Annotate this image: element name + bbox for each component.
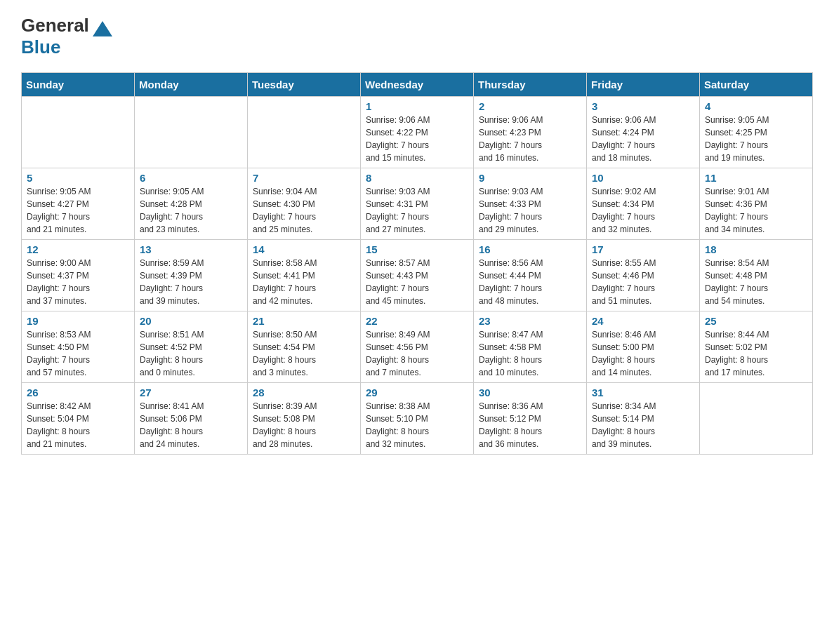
day-number: 12: [27, 243, 129, 255]
day-number: 9: [479, 172, 581, 184]
calendar-day-11: 11Sunrise: 9:01 AM Sunset: 4:36 PM Dayli…: [700, 168, 813, 240]
day-info: Sunrise: 8:46 AM Sunset: 5:00 PM Dayligh…: [592, 328, 694, 379]
calendar-week-row: 26Sunrise: 8:42 AM Sunset: 5:04 PM Dayli…: [22, 383, 813, 455]
day-info: Sunrise: 9:06 AM Sunset: 4:23 PM Dayligh…: [479, 114, 581, 164]
calendar-day-6: 6Sunrise: 9:05 AM Sunset: 4:28 PM Daylig…: [135, 168, 248, 240]
calendar-header-row: SundayMondayTuesdayWednesdayThursdayFrid…: [22, 73, 813, 97]
day-info: Sunrise: 8:57 AM Sunset: 4:43 PM Dayligh…: [366, 257, 468, 307]
day-number: 27: [140, 387, 242, 398]
calendar-day-21: 21Sunrise: 8:50 AM Sunset: 4:54 PM Dayli…: [248, 311, 361, 383]
day-info: Sunrise: 8:39 AM Sunset: 5:08 PM Dayligh…: [253, 400, 355, 450]
day-info: Sunrise: 9:04 AM Sunset: 4:30 PM Dayligh…: [253, 185, 355, 236]
day-info: Sunrise: 9:00 AM Sunset: 4:37 PM Dayligh…: [27, 257, 129, 307]
day-info: Sunrise: 9:03 AM Sunset: 4:33 PM Dayligh…: [479, 185, 581, 236]
calendar-empty-cell: [700, 383, 813, 455]
calendar-day-26: 26Sunrise: 8:42 AM Sunset: 5:04 PM Dayli…: [22, 383, 135, 455]
day-number: 18: [705, 243, 807, 255]
calendar-week-row: 19Sunrise: 8:53 AM Sunset: 4:50 PM Dayli…: [22, 311, 813, 383]
day-number: 15: [366, 243, 468, 255]
day-info: Sunrise: 8:47 AM Sunset: 4:58 PM Dayligh…: [479, 328, 581, 379]
weekday-header-monday: Monday: [135, 73, 248, 97]
weekday-header-friday: Friday: [587, 73, 700, 97]
day-number: 19: [27, 315, 129, 327]
day-info: Sunrise: 9:02 AM Sunset: 4:34 PM Dayligh…: [592, 185, 694, 236]
calendar-day-16: 16Sunrise: 8:56 AM Sunset: 4:44 PM Dayli…: [474, 240, 587, 311]
calendar-empty-cell: [135, 97, 248, 168]
day-info: Sunrise: 8:55 AM Sunset: 4:46 PM Dayligh…: [592, 257, 694, 307]
weekday-header-wednesday: Wednesday: [361, 73, 474, 97]
day-info: Sunrise: 9:01 AM Sunset: 4:36 PM Dayligh…: [705, 185, 807, 236]
day-info: Sunrise: 8:56 AM Sunset: 4:44 PM Dayligh…: [479, 257, 581, 307]
logo-general-text: General: [21, 15, 89, 36]
calendar-day-19: 19Sunrise: 8:53 AM Sunset: 4:50 PM Dayli…: [22, 311, 135, 383]
day-number: 30: [479, 387, 581, 398]
day-number: 25: [705, 315, 807, 327]
day-number: 26: [27, 387, 129, 398]
day-number: 29: [366, 387, 468, 398]
calendar-week-row: 5Sunrise: 9:05 AM Sunset: 4:27 PM Daylig…: [22, 168, 813, 240]
day-number: 2: [479, 100, 581, 112]
calendar-day-24: 24Sunrise: 8:46 AM Sunset: 5:00 PM Dayli…: [587, 311, 700, 383]
day-info: Sunrise: 8:50 AM Sunset: 4:54 PM Dayligh…: [253, 328, 355, 379]
day-info: Sunrise: 8:34 AM Sunset: 5:14 PM Dayligh…: [592, 400, 694, 450]
day-number: 17: [592, 243, 694, 255]
calendar-day-28: 28Sunrise: 8:39 AM Sunset: 5:08 PM Dayli…: [248, 383, 361, 455]
day-number: 28: [253, 387, 355, 398]
day-number: 20: [140, 315, 242, 327]
calendar-day-18: 18Sunrise: 8:54 AM Sunset: 4:48 PM Dayli…: [700, 240, 813, 311]
calendar-day-30: 30Sunrise: 8:36 AM Sunset: 5:12 PM Dayli…: [474, 383, 587, 455]
day-number: 8: [366, 172, 468, 184]
day-info: Sunrise: 8:42 AM Sunset: 5:04 PM Dayligh…: [27, 400, 129, 450]
calendar-week-row: 12Sunrise: 9:00 AM Sunset: 4:37 PM Dayli…: [22, 240, 813, 311]
logo-blue-text: Blue: [21, 36, 60, 58]
day-info: Sunrise: 8:36 AM Sunset: 5:12 PM Dayligh…: [479, 400, 581, 450]
calendar-day-27: 27Sunrise: 8:41 AM Sunset: 5:06 PM Dayli…: [135, 383, 248, 455]
day-info: Sunrise: 9:05 AM Sunset: 4:25 PM Dayligh…: [705, 114, 807, 164]
calendar-day-25: 25Sunrise: 8:44 AM Sunset: 5:02 PM Dayli…: [700, 311, 813, 383]
calendar-empty-cell: [22, 97, 135, 168]
day-info: Sunrise: 8:41 AM Sunset: 5:06 PM Dayligh…: [140, 400, 242, 450]
day-number: 31: [592, 387, 694, 398]
page-header: General Blue: [21, 14, 813, 58]
day-number: 5: [27, 172, 129, 184]
calendar-day-13: 13Sunrise: 8:59 AM Sunset: 4:39 PM Dayli…: [135, 240, 248, 311]
day-number: 24: [592, 315, 694, 327]
day-info: Sunrise: 8:59 AM Sunset: 4:39 PM Dayligh…: [140, 257, 242, 307]
calendar-day-31: 31Sunrise: 8:34 AM Sunset: 5:14 PM Dayli…: [587, 383, 700, 455]
day-number: 7: [253, 172, 355, 184]
day-number: 6: [140, 172, 242, 184]
day-info: Sunrise: 9:06 AM Sunset: 4:24 PM Dayligh…: [592, 114, 694, 164]
weekday-header-sunday: Sunday: [22, 73, 135, 97]
calendar-empty-cell: [248, 97, 361, 168]
calendar-day-17: 17Sunrise: 8:55 AM Sunset: 4:46 PM Dayli…: [587, 240, 700, 311]
calendar-day-20: 20Sunrise: 8:51 AM Sunset: 4:52 PM Dayli…: [135, 311, 248, 383]
day-number: 4: [705, 100, 807, 112]
day-info: Sunrise: 8:54 AM Sunset: 4:48 PM Dayligh…: [705, 257, 807, 307]
day-number: 13: [140, 243, 242, 255]
calendar-day-23: 23Sunrise: 8:47 AM Sunset: 4:58 PM Dayli…: [474, 311, 587, 383]
day-info: Sunrise: 8:44 AM Sunset: 5:02 PM Dayligh…: [705, 328, 807, 379]
logo-triangle-icon: [93, 21, 112, 36]
calendar-day-3: 3Sunrise: 9:06 AM Sunset: 4:24 PM Daylig…: [587, 97, 700, 168]
day-info: Sunrise: 9:05 AM Sunset: 4:27 PM Dayligh…: [27, 185, 129, 236]
weekday-header-tuesday: Tuesday: [248, 73, 361, 97]
day-info: Sunrise: 8:58 AM Sunset: 4:41 PM Dayligh…: [253, 257, 355, 307]
day-number: 14: [253, 243, 355, 255]
calendar-day-22: 22Sunrise: 8:49 AM Sunset: 4:56 PM Dayli…: [361, 311, 474, 383]
calendar-day-1: 1Sunrise: 9:06 AM Sunset: 4:22 PM Daylig…: [361, 97, 474, 168]
calendar-day-2: 2Sunrise: 9:06 AM Sunset: 4:23 PM Daylig…: [474, 97, 587, 168]
day-info: Sunrise: 9:05 AM Sunset: 4:28 PM Dayligh…: [140, 185, 242, 236]
day-number: 11: [705, 172, 807, 184]
day-info: Sunrise: 8:38 AM Sunset: 5:10 PM Dayligh…: [366, 400, 468, 450]
day-number: 1: [366, 100, 468, 112]
day-info: Sunrise: 8:49 AM Sunset: 4:56 PM Dayligh…: [366, 328, 468, 379]
calendar-table: SundayMondayTuesdayWednesdayThursdayFrid…: [21, 72, 813, 455]
day-info: Sunrise: 9:03 AM Sunset: 4:31 PM Dayligh…: [366, 185, 468, 236]
calendar-day-9: 9Sunrise: 9:03 AM Sunset: 4:33 PM Daylig…: [474, 168, 587, 240]
day-number: 10: [592, 172, 694, 184]
calendar-day-8: 8Sunrise: 9:03 AM Sunset: 4:31 PM Daylig…: [361, 168, 474, 240]
calendar-day-5: 5Sunrise: 9:05 AM Sunset: 4:27 PM Daylig…: [22, 168, 135, 240]
calendar-week-row: 1Sunrise: 9:06 AM Sunset: 4:22 PM Daylig…: [22, 97, 813, 168]
calendar-day-14: 14Sunrise: 8:58 AM Sunset: 4:41 PM Dayli…: [248, 240, 361, 311]
calendar-day-10: 10Sunrise: 9:02 AM Sunset: 4:34 PM Dayli…: [587, 168, 700, 240]
